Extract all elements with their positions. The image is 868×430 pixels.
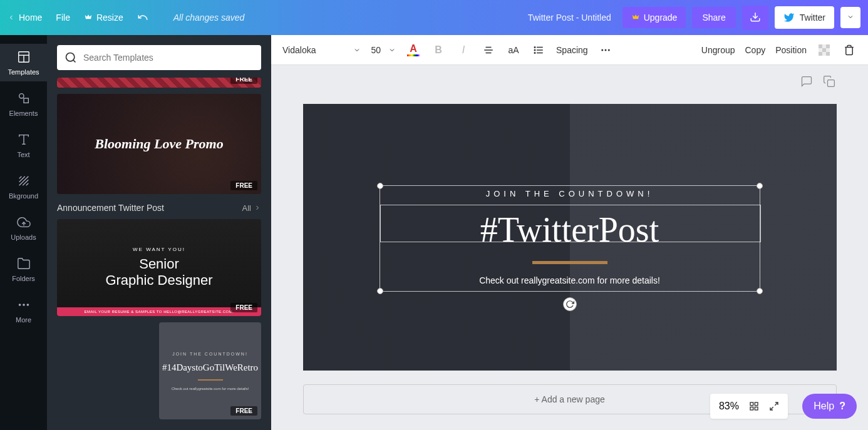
transparency-button[interactable]	[817, 43, 832, 58]
template-eyebrow: JOIN THE COUNTDOWN!	[172, 352, 248, 356]
free-badge: FREE	[230, 78, 257, 84]
svg-point-27	[601, 49, 603, 51]
search-icon	[65, 51, 77, 64]
template-title: #14DaystoGoTilWeRetro	[162, 362, 258, 373]
help-button[interactable]: Help ?	[802, 394, 857, 419]
svg-rect-34	[819, 52, 822, 56]
rail-text[interactable]: Text	[0, 126, 47, 164]
twitter-icon	[783, 12, 795, 23]
more-icon	[600, 44, 611, 56]
svg-line-12	[26, 183, 28, 186]
svg-point-25	[534, 49, 535, 51]
home-label: Home	[19, 13, 42, 23]
publish-dropdown[interactable]	[840, 7, 860, 28]
text-toolbar: Vidaloka 50 A B I aA Spacing	[271, 35, 868, 65]
rail-elements[interactable]: Elements	[0, 85, 47, 123]
uploads-icon	[16, 215, 31, 230]
font-select[interactable]: Vidaloka	[282, 45, 361, 55]
ungroup-button[interactable]: Ungroup	[701, 45, 735, 55]
rail-label: Templates	[8, 68, 39, 76]
search-box[interactable]	[57, 45, 261, 70]
svg-rect-39	[755, 407, 758, 410]
rail-label: More	[16, 316, 31, 324]
copy-button[interactable]: Copy	[745, 45, 766, 55]
side-rail: Templates Elements Text Bkground Uploads…	[0, 35, 47, 430]
rail-folders[interactable]: Folders	[0, 250, 47, 288]
svg-point-14	[23, 304, 25, 306]
selection-handle[interactable]	[757, 288, 763, 294]
publish-button[interactable]: Twitter	[775, 6, 834, 29]
list-button[interactable]	[531, 43, 546, 58]
font-size-select[interactable]: 50	[371, 45, 396, 55]
selection-handle[interactable]	[757, 183, 763, 189]
download-icon	[750, 11, 761, 23]
section-header: Announcement Twitter Post All	[57, 203, 261, 213]
more-options-button[interactable]	[598, 43, 613, 58]
top-bar: Home File Resize All changes saved Twitt…	[0, 0, 868, 35]
template-card[interactable]: JOIN THE COUNTDOWN! #14DaystoGoTilWeRetr…	[159, 322, 261, 419]
case-button[interactable]: aA	[506, 43, 521, 58]
rail-label: Bkground	[9, 192, 38, 200]
rail-uploads[interactable]: Uploads	[0, 209, 47, 247]
duplicate-page-button[interactable]	[823, 75, 838, 90]
svg-point-13	[18, 304, 21, 306]
selection-handle[interactable]	[377, 288, 383, 294]
trash-icon	[844, 44, 855, 56]
rail-label: Folders	[12, 275, 35, 282]
position-button[interactable]: Position	[775, 45, 807, 55]
zoom-level[interactable]: 83%	[719, 401, 739, 412]
resize-button[interactable]: Resize	[84, 13, 123, 23]
grid-view-icon[interactable]	[749, 401, 759, 411]
rail-templates[interactable]: Templates	[0, 44, 47, 81]
comment-icon	[800, 75, 813, 88]
free-badge: FREE	[230, 303, 257, 312]
svg-point-26	[534, 52, 535, 53]
home-button[interactable]: Home	[8, 13, 42, 23]
publish-label: Twitter	[800, 13, 825, 23]
svg-rect-35	[826, 52, 830, 56]
file-menu[interactable]: File	[56, 13, 70, 23]
svg-point-4	[19, 94, 23, 98]
svg-line-42	[770, 407, 773, 410]
svg-line-17	[73, 60, 76, 63]
rotate-handle[interactable]	[563, 297, 577, 311]
share-button[interactable]: Share	[692, 7, 735, 28]
upgrade-button[interactable]: Upgrade	[623, 7, 686, 28]
download-button[interactable]	[742, 6, 768, 30]
italic-button[interactable]: I	[456, 43, 471, 58]
topbar-right: Twitter Post - Untitled Upgrade Share Tw…	[528, 6, 860, 30]
document-title[interactable]: Twitter Post - Untitled	[528, 13, 611, 23]
more-icon	[16, 297, 31, 312]
template-card[interactable]: Blooming Love Promo FREE	[57, 94, 261, 194]
align-button[interactable]	[481, 43, 496, 58]
bold-button[interactable]: B	[431, 43, 446, 58]
text-color-button[interactable]: A	[406, 43, 421, 58]
svg-rect-33	[822, 48, 826, 52]
design-canvas[interactable]: JOIN THE COUNTDOWN! #TwitterPost Check o…	[303, 104, 837, 371]
delete-button[interactable]	[842, 43, 857, 58]
template-line1: Senior	[139, 256, 179, 272]
search-input[interactable]	[83, 53, 254, 63]
selection-box[interactable]	[380, 185, 760, 292]
rail-background[interactable]: Bkground	[0, 168, 47, 205]
see-all-button[interactable]: All	[242, 203, 261, 213]
selection-handle[interactable]	[377, 183, 383, 189]
undo-button[interactable]	[137, 12, 148, 23]
fullscreen-icon[interactable]	[769, 401, 779, 411]
save-status: All changes saved	[173, 13, 245, 23]
canvas-area[interactable]: JOIN THE COUNTDOWN! #TwitterPost Check o…	[271, 65, 868, 430]
zoom-controls: 83%	[710, 394, 788, 419]
free-badge: FREE	[230, 406, 257, 416]
all-label: All	[242, 203, 251, 213]
font-name: Vidaloka	[282, 45, 316, 55]
chevron-right-icon	[254, 204, 261, 212]
rail-more[interactable]: More	[0, 292, 47, 329]
svg-line-41	[775, 402, 778, 406]
help-label: Help	[814, 401, 834, 412]
spacing-button[interactable]: Spacing	[556, 45, 588, 55]
template-card[interactable]: FREE	[57, 78, 261, 88]
svg-rect-37	[750, 402, 753, 406]
template-card[interactable]: WE WANT YOU! Senior Graphic Designer EMA…	[57, 219, 261, 316]
background-icon	[16, 173, 31, 188]
comment-button[interactable]	[800, 75, 815, 90]
